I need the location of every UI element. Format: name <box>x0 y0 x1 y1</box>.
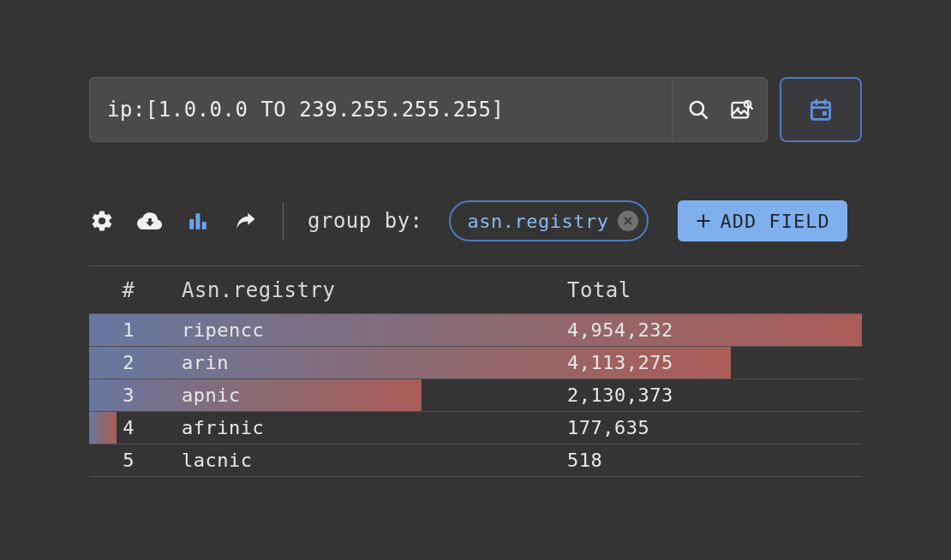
search-row <box>89 77 862 142</box>
col-idx: # <box>89 278 175 302</box>
table-header: # Asn.registry Total <box>89 266 862 314</box>
cell-idx: 3 <box>89 384 175 406</box>
toolbar: group by: asn.registry ADD FIELD <box>89 200 862 241</box>
table-row[interactable]: 3apnic2,130,373 <box>89 379 862 412</box>
svg-rect-2 <box>733 103 749 117</box>
image-search-icon[interactable] <box>727 96 755 123</box>
chip-label: asn.registry <box>468 211 609 232</box>
divider <box>283 202 284 240</box>
svg-rect-11 <box>189 219 194 229</box>
cell-idx: 2 <box>89 352 175 373</box>
gear-icon[interactable] <box>89 208 115 234</box>
svg-rect-12 <box>196 213 200 229</box>
group-by-label: group by: <box>308 209 423 233</box>
cell-total: 177,635 <box>560 417 862 438</box>
add-field-button[interactable]: ADD FIELD <box>678 200 847 241</box>
search-input[interactable] <box>90 78 672 141</box>
search-icon[interactable] <box>685 96 712 123</box>
cell-total: 4,954,232 <box>560 319 862 341</box>
svg-line-5 <box>750 106 752 109</box>
plus-icon <box>695 212 712 229</box>
cell-idx: 5 <box>89 450 175 471</box>
cell-idx: 4 <box>89 417 175 438</box>
cell-name: arin <box>175 352 560 373</box>
add-field-label: ADD FIELD <box>721 211 830 232</box>
cell-name: apnic <box>175 384 560 406</box>
svg-rect-13 <box>202 222 206 229</box>
cell-name: lacnic <box>175 450 560 471</box>
svg-rect-6 <box>811 102 829 119</box>
search-actions <box>672 78 767 141</box>
col-name: Asn.registry <box>175 278 560 302</box>
share-icon[interactable] <box>233 208 259 234</box>
cell-name: ripencc <box>175 319 560 341</box>
cell-name: afrinic <box>175 417 560 438</box>
results-table: # Asn.registry Total 1ripencc4,954,2322a… <box>89 265 862 477</box>
cell-total: 4,113,275 <box>560 352 862 373</box>
date-range-button[interactable] <box>780 77 862 142</box>
table-row[interactable]: 2arin4,113,275 <box>89 347 862 379</box>
search-box <box>89 77 768 142</box>
svg-line-1 <box>702 113 707 118</box>
tool-icons <box>89 208 259 234</box>
table-row[interactable]: 5lacnic518 <box>89 444 862 477</box>
table-row[interactable]: 1ripencc4,954,232 <box>89 314 862 347</box>
cell-total: 518 <box>560 450 862 471</box>
cell-idx: 1 <box>89 319 175 341</box>
close-icon[interactable] <box>618 211 638 231</box>
group-by-chip[interactable]: asn.registry <box>449 200 649 241</box>
cell-total: 2,130,373 <box>560 384 862 406</box>
table-row[interactable]: 4afrinic177,635 <box>89 412 862 444</box>
download-icon[interactable] <box>137 208 163 234</box>
bar-chart-icon[interactable] <box>185 208 211 234</box>
svg-rect-10 <box>822 111 827 116</box>
col-total: Total <box>560 278 862 302</box>
